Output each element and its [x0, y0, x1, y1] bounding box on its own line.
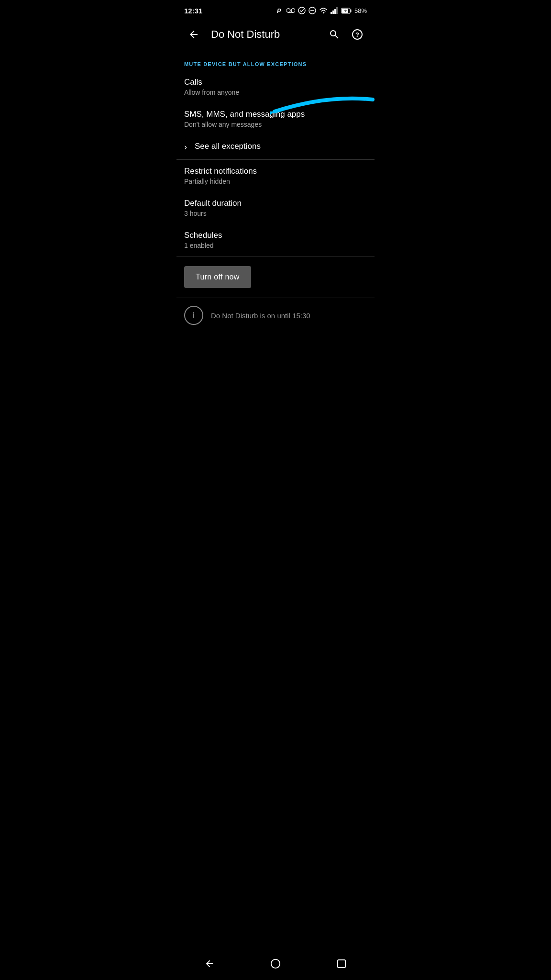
status-bar: 12:31 P	[176, 0, 375, 19]
schedules-subtitle: 1 enabled	[184, 242, 367, 249]
battery-icon	[341, 8, 352, 14]
svg-rect-9	[332, 11, 334, 14]
dnd-icon	[309, 7, 316, 14]
turn-off-section: Turn off now	[176, 256, 375, 298]
help-button[interactable]: ?	[348, 25, 367, 44]
svg-rect-13	[350, 9, 351, 12]
restrict-notifications-title: Restrict notifications	[184, 167, 367, 176]
info-row: i Do Not Disturb is on until 15:30	[176, 298, 375, 333]
svg-text:?: ?	[355, 31, 359, 38]
restrict-notifications-item[interactable]: Restrict notifications Partially hidden	[176, 160, 375, 192]
wifi-icon	[319, 7, 328, 14]
default-duration-subtitle: 3 hours	[184, 210, 367, 217]
svg-rect-8	[331, 12, 332, 14]
svg-rect-10	[334, 9, 336, 14]
restrict-notifications-subtitle: Partially hidden	[184, 178, 367, 185]
content-area: MUTE DEVICE BUT ALLOW EXCEPTIONS Calls A…	[176, 50, 375, 366]
info-message: Do Not Disturb is on until 15:30	[211, 312, 310, 320]
check-icon	[298, 7, 306, 14]
schedules-item[interactable]: Schedules 1 enabled	[176, 224, 375, 256]
see-all-exceptions-label: See all exceptions	[195, 142, 261, 151]
calls-title: Calls	[184, 78, 367, 87]
svg-text:P: P	[277, 7, 281, 14]
signal-icon	[331, 7, 338, 14]
section-header: MUTE DEVICE BUT ALLOW EXCEPTIONS	[176, 50, 375, 71]
svg-point-2	[291, 9, 295, 12]
sms-title: SMS, MMS, and messaging apps	[184, 110, 367, 119]
default-duration-title: Default duration	[184, 199, 367, 208]
turn-off-now-button[interactable]: Turn off now	[184, 266, 251, 288]
status-time: 12:31	[184, 7, 202, 15]
see-all-exceptions-item[interactable]: › See all exceptions	[176, 135, 375, 159]
status-icons: P	[277, 7, 367, 14]
svg-rect-11	[336, 7, 338, 14]
sms-subtitle: Don't allow any messages	[184, 121, 367, 128]
schedules-title: Schedules	[184, 231, 367, 240]
search-button[interactable]	[325, 25, 344, 44]
app-bar-actions: ?	[325, 25, 367, 44]
calls-setting-item[interactable]: Calls Allow from anyone	[176, 71, 375, 103]
info-icon: i	[184, 306, 203, 325]
svg-point-7	[323, 12, 324, 13]
svg-point-1	[287, 9, 290, 12]
sms-setting-item[interactable]: SMS, MMS, and messaging apps Don't allow…	[176, 103, 375, 135]
app-bar: Do Not Disturb ?	[176, 19, 375, 50]
back-button[interactable]	[184, 25, 203, 44]
svg-point-4	[298, 7, 305, 14]
paypal-icon: P	[277, 7, 284, 14]
battery-percent: 58%	[354, 7, 367, 14]
calls-subtitle: Allow from anyone	[184, 89, 367, 96]
chevron-right-icon: ›	[184, 142, 187, 152]
default-duration-item[interactable]: Default duration 3 hours	[176, 192, 375, 224]
voicemail-icon	[287, 8, 295, 13]
page-title: Do Not Disturb	[211, 28, 325, 41]
